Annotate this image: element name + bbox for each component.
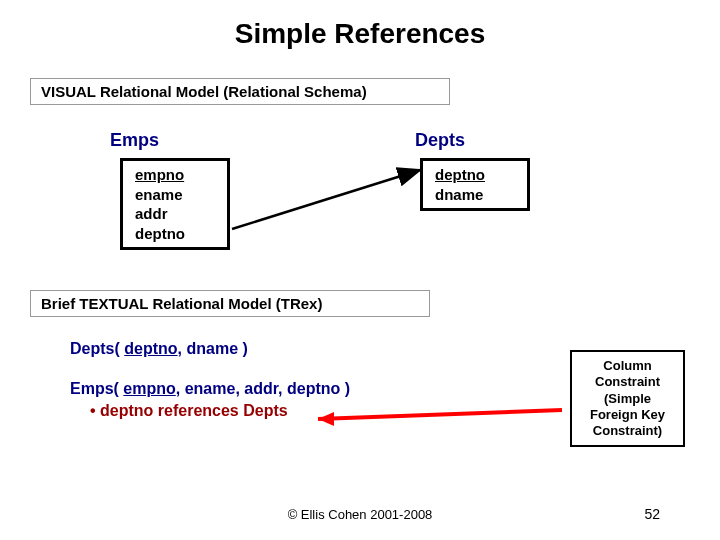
callout-arrowhead-icon <box>318 412 334 426</box>
trex-fk-line: • deptno references Depts <box>90 402 288 420</box>
callout-l2: Constraint <box>576 374 679 390</box>
depts-col-deptno: deptno <box>435 165 515 185</box>
trex-emps-line: Emps( empno, ename, addr, deptno ) <box>70 380 350 398</box>
section-visual-label: VISUAL Relational Model (Relational Sche… <box>30 78 450 105</box>
depts-table-name: Depts <box>415 130 465 151</box>
callout-l4: Foreign Key <box>576 407 679 423</box>
depts-col-dname: dname <box>435 185 515 205</box>
slide-title: Simple References <box>0 18 720 50</box>
emps-table-box: empno ename addr deptno <box>120 158 230 250</box>
trex-depts-post: , dname ) <box>178 340 248 357</box>
trex-depts-pre: Depts( <box>70 340 124 357</box>
trex-emps-post: , ename, addr, deptno ) <box>176 380 350 397</box>
trex-emps-pre: Emps( <box>70 380 123 397</box>
emps-table-name: Emps <box>110 130 159 151</box>
depts-table-box: deptno dname <box>420 158 530 211</box>
callout-l5: Constraint) <box>576 423 679 439</box>
callout-l3: (Simple <box>576 391 679 407</box>
fk-arrow-emps-to-depts <box>232 170 420 229</box>
footer-page-number: 52 <box>644 506 660 522</box>
emps-col-deptno: deptno <box>135 224 215 244</box>
trex-fk-text: deptno references Depts <box>96 402 288 419</box>
callout-line <box>318 410 562 419</box>
section-textual-label: Brief TEXTUAL Relational Model (TRex) <box>30 290 430 317</box>
footer-copyright: © Ellis Cohen 2001-2008 <box>0 507 720 522</box>
callout-l1: Column <box>576 358 679 374</box>
trex-emps-key: empno <box>123 380 175 397</box>
callout-box: Column Constraint (Simple Foreign Key Co… <box>570 350 685 447</box>
emps-col-empno: empno <box>135 165 215 185</box>
trex-depts-key: deptno <box>124 340 177 357</box>
emps-col-addr: addr <box>135 204 215 224</box>
trex-depts-line: Depts( deptno, dname ) <box>70 340 248 358</box>
emps-col-ename: ename <box>135 185 215 205</box>
